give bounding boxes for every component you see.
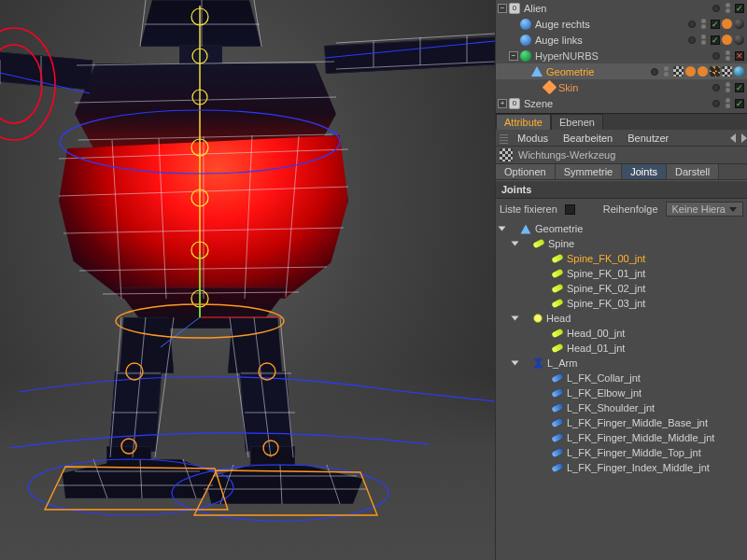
- tag-icon[interactable]: [722, 19, 732, 29]
- subtab-joints[interactable]: Joints: [622, 164, 667, 179]
- tree-joint[interactable]: Spine_FK_00_jnt: [498, 251, 747, 266]
- tree-joint[interactable]: Head_01_jnt: [498, 341, 747, 356]
- label-reihenfolge: Reihenfolge: [603, 203, 658, 215]
- disclosure-icon[interactable]: [512, 361, 519, 366]
- visibility-toggle[interactable]: [660, 66, 671, 77]
- visibility-toggle[interactable]: [698, 35, 709, 45]
- om-item-hypernurbs[interactable]: − HyperNURBS ✕: [496, 48, 747, 63]
- enable-checkbox[interactable]: ✓: [711, 35, 720, 45]
- tab-attribute[interactable]: Attribute: [496, 114, 551, 130]
- grip-icon[interactable]: [500, 133, 508, 144]
- tree-joint[interactable]: Spine_FK_03_jnt: [498, 296, 747, 311]
- tree-label: Spine_FK_00_jnt: [567, 253, 645, 264]
- layer-dot[interactable]: [712, 84, 720, 91]
- joint-icon: [551, 373, 563, 384]
- om-item-auge-rechts[interactable]: Auge rechts ✓: [496, 16, 747, 32]
- disclosure-icon[interactable]: [499, 227, 506, 231]
- head-icon: [533, 314, 543, 323]
- am-tabs: Attribute Ebenen: [496, 113, 747, 130]
- tree-joint[interactable]: L_FK_Shoulder_jnt: [498, 400, 747, 415]
- uv-tag-icon[interactable]: [722, 66, 732, 77]
- tool-title: Wichtungs-Werkzeug: [518, 149, 615, 161]
- tree-label: L_FK_Finger_Middle_Base_jnt: [567, 417, 708, 428]
- visibility-toggle[interactable]: [698, 19, 709, 29]
- checkbox-liste-fixieren[interactable]: [565, 204, 575, 215]
- null-icon: 0: [509, 98, 520, 109]
- layer-dot[interactable]: [712, 52, 720, 60]
- tag-icon[interactable]: [722, 35, 732, 45]
- joints-tree[interactable]: Geometrie Spine Spine_FK_00_jnt Spine_FK…: [496, 219, 747, 560]
- disclosure-icon[interactable]: [512, 242, 519, 246]
- enable-checkbox[interactable]: ✕: [735, 51, 744, 61]
- tag-icon[interactable]: [698, 66, 708, 77]
- uv-tag-icon[interactable]: [673, 66, 684, 77]
- joint-icon: [551, 388, 563, 399]
- menu-modus[interactable]: Modus: [512, 133, 554, 144]
- om-item-szene[interactable]: + 0 Szene ✓: [496, 95, 747, 111]
- tree-root-geometrie[interactable]: Geometrie: [498, 221, 747, 236]
- tree-joint[interactable]: L_FK_Finger_Middle_Middle_jnt: [498, 430, 747, 445]
- om-label: Szene: [524, 98, 712, 109]
- tree-label: L_FK_Collar_jnt: [567, 372, 641, 384]
- tree-group-spine[interactable]: Spine: [498, 236, 747, 251]
- history-forward-icon[interactable]: [741, 133, 747, 143]
- tree-group-larm[interactable]: L_Arm: [498, 356, 747, 371]
- enable-checkbox[interactable]: ✓: [711, 20, 720, 29]
- history-back-icon[interactable]: [730, 133, 736, 143]
- tree-joint[interactable]: Spine_FK_02_jnt: [498, 281, 747, 296]
- tab-ebenen[interactable]: Ebenen: [551, 114, 603, 130]
- tree-joint[interactable]: L_FK_Elbow_jnt: [498, 385, 747, 400]
- viewport-3d[interactable]: [0, 0, 495, 560]
- layer-dot[interactable]: [688, 36, 696, 44]
- tree-joint[interactable]: L_FK_Collar_jnt: [498, 371, 747, 385]
- expand-icon[interactable]: +: [498, 99, 507, 108]
- layer-dot[interactable]: [651, 68, 658, 76]
- om-item-geometrie[interactable]: Geometrie: [496, 63, 747, 79]
- tree-group-head[interactable]: Head: [498, 311, 747, 326]
- menu-bearbeiten[interactable]: Bearbeiten: [557, 133, 618, 144]
- tree-joint[interactable]: Spine_FK_01_jnt: [498, 266, 747, 281]
- subtab-symmetrie[interactable]: Symmetrie: [556, 164, 623, 179]
- layer-dot[interactable]: [688, 21, 696, 28]
- joint-icon: [551, 448, 563, 458]
- weight-tool-icon: [500, 148, 513, 161]
- enable-checkbox[interactable]: ✓: [735, 4, 744, 13]
- menu-benutzer[interactable]: Benutzer: [622, 133, 674, 144]
- am-tool-header: Wichtungs-Werkzeug: [496, 147, 747, 163]
- layer-dot[interactable]: [712, 5, 720, 12]
- dropdown-reihenfolge[interactable]: Keine Hiera: [666, 202, 743, 217]
- layer-dot[interactable]: [712, 100, 720, 107]
- visibility-toggle[interactable]: [722, 82, 733, 92]
- tree-joint[interactable]: Head_00_jnt: [498, 326, 747, 341]
- enable-checkbox[interactable]: ✓: [735, 83, 744, 92]
- tag-icon[interactable]: [734, 66, 744, 77]
- enable-checkbox[interactable]: ✓: [735, 99, 744, 108]
- subtab-optionen[interactable]: Optionen: [496, 164, 556, 179]
- tree-label: L_FK_Finger_Middle_Top_jnt: [567, 447, 701, 458]
- joints-options-row: Liste fixieren Reihenfolge Keine Hiera: [496, 199, 747, 219]
- tag-icon[interactable]: [685, 66, 696, 77]
- tree-label: Spine_FK_01_jnt: [567, 268, 645, 279]
- tree-joint[interactable]: L_FK_Finger_Middle_Top_jnt: [498, 445, 747, 460]
- visibility-toggle[interactable]: [722, 98, 733, 108]
- visibility-toggle[interactable]: [722, 3, 733, 13]
- om-item-auge-links[interactable]: Auge links ✓: [496, 32, 747, 48]
- object-manager[interactable]: − 0 Alien ✓ Auge rechts ✓ Auge: [496, 0, 747, 113]
- om-item-alien[interactable]: − 0 Alien ✓: [496, 0, 747, 16]
- subtab-darstellung[interactable]: Darstell: [667, 164, 719, 179]
- material-tag-icon[interactable]: [734, 35, 744, 45]
- material-tag-icon[interactable]: [734, 19, 744, 29]
- tree-joint[interactable]: L_FK_Finger_Index_Middle_jnt: [498, 460, 747, 475]
- character-model: [0, 0, 495, 560]
- am-subtabs: Optionen Symmetrie Joints Darstell: [496, 163, 747, 180]
- tree-joint[interactable]: L_FK_Finger_Middle_Base_jnt: [498, 415, 747, 430]
- visibility-toggle[interactable]: [722, 50, 733, 61]
- collapse-icon[interactable]: −: [509, 51, 518, 61]
- om-item-skin[interactable]: Skin ✓: [496, 79, 747, 95]
- texture-tag-icon[interactable]: [710, 66, 720, 77]
- collapse-icon[interactable]: −: [498, 4, 507, 13]
- disclosure-icon[interactable]: [512, 316, 519, 321]
- joint-icon: [532, 239, 544, 249]
- tree-label: L_FK_Elbow_jnt: [567, 387, 641, 399]
- tree-label: Head_00_jnt: [567, 328, 625, 339]
